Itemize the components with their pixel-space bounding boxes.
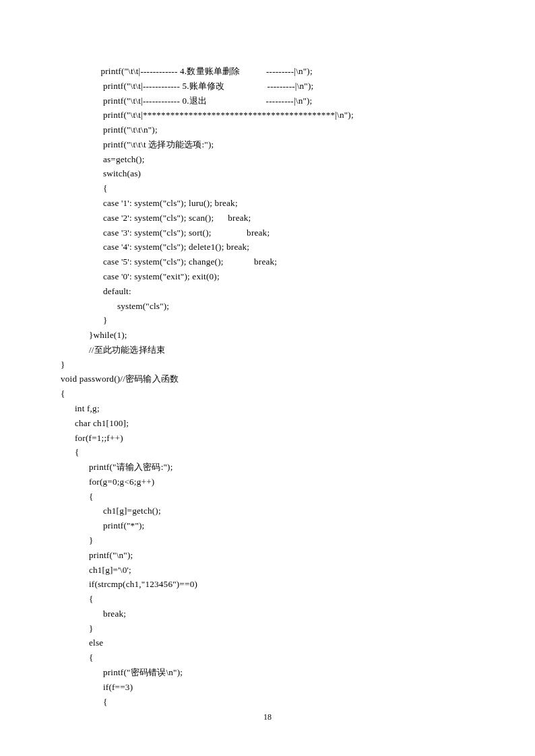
code-block: printf("\t\t|------------ 4.数量账单删除 -----… [61,64,474,709]
page-number: 18 [0,712,535,722]
document-page: printf("\t\t|------------ 4.数量账单删除 -----… [0,0,535,756]
